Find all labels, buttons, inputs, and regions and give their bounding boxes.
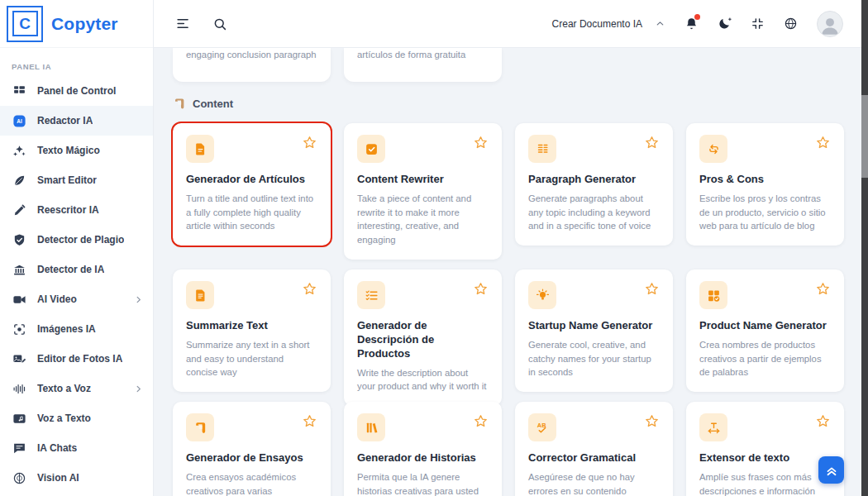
tool-card-pros-&-cons[interactable]: Pros & ConsEscribe los pros y los contra… bbox=[686, 123, 844, 246]
favorite-star-icon[interactable] bbox=[815, 135, 831, 150]
card-description: Write the description about your product… bbox=[357, 366, 489, 393]
tool-card-startup-name-generator[interactable]: Startup Name GeneratorGenerate cool, cre… bbox=[515, 269, 673, 392]
card-top bbox=[357, 413, 489, 441]
sidebar-item-vision-ai[interactable]: Vision AI bbox=[0, 463, 153, 493]
card-top bbox=[186, 281, 317, 309]
tool-card-generador-de-historias[interactable]: Generador de HistoriasPermita que la IA … bbox=[344, 402, 502, 496]
video-icon bbox=[12, 292, 26, 307]
favorite-star-icon[interactable] bbox=[644, 135, 660, 150]
sidebar-item-label: Imágenes IA bbox=[37, 323, 96, 335]
tool-card-generador-de-descripción-de-productos[interactable]: Generador de Descripción de ProductosWri… bbox=[344, 269, 502, 406]
tool-card-corrector-gramatical[interactable]: ABCorrector GramaticalAsegúrese de que n… bbox=[515, 402, 673, 496]
sparkles-icon bbox=[12, 143, 26, 158]
card-title: Product Name Generator bbox=[699, 319, 831, 333]
fullscreen-icon[interactable] bbox=[751, 17, 765, 31]
sidebar-item-detector-de-ia[interactable]: Detector de IA bbox=[0, 255, 153, 284]
sidebar-item-label: Detector de Plagio bbox=[37, 234, 124, 246]
scroll-icon bbox=[186, 413, 214, 441]
partial-card-text: engaging conclusion paragraph bbox=[186, 50, 317, 60]
search-icon[interactable] bbox=[212, 17, 227, 31]
content-area: engaging conclusion paragraphartículos d… bbox=[154, 48, 868, 496]
sidebar-item-texto-mágico[interactable]: Texto Mágico bbox=[0, 136, 153, 165]
card-top bbox=[699, 281, 831, 309]
tool-card-content-rewriter[interactable]: Content RewriterTake a piece of content … bbox=[344, 123, 502, 260]
chevron-up-icon[interactable] bbox=[655, 18, 665, 29]
language-globe-icon[interactable] bbox=[784, 17, 798, 31]
scrollbar-thumb[interactable] bbox=[861, 95, 868, 178]
app-window: C Copyter PANEL IA Panel de ControlAIRed… bbox=[0, 0, 868, 496]
sidebar-item-ia-chats[interactable]: IA Chats bbox=[0, 433, 153, 463]
brain-icon bbox=[12, 470, 26, 485]
card-top bbox=[186, 135, 317, 163]
sidebar-item-texto-a-voz[interactable]: Texto a Voz bbox=[0, 374, 153, 403]
user-avatar[interactable] bbox=[817, 11, 843, 37]
logo-letter: C bbox=[12, 11, 38, 36]
partial-card[interactable]: artículos de forma gratuita bbox=[344, 48, 502, 82]
dark-mode-moon-icon[interactable] bbox=[718, 17, 732, 31]
sidebar-item-editor-de-fotos-ia[interactable]: Editor de Fotos IA bbox=[0, 344, 153, 374]
chat-icon bbox=[12, 441, 26, 455]
grammar-check-icon: AB bbox=[528, 413, 556, 441]
chevron-right-icon bbox=[134, 295, 143, 304]
shield-check-icon bbox=[12, 232, 26, 247]
favorite-star-icon[interactable] bbox=[302, 281, 317, 297]
card-top bbox=[357, 135, 489, 163]
favorite-star-icon[interactable] bbox=[302, 413, 317, 429]
ai-chip-icon: AI bbox=[12, 113, 26, 128]
sidebar-item-label: Reescritor IA bbox=[37, 204, 99, 216]
page-scrollbar[interactable] bbox=[861, 0, 868, 496]
card-top bbox=[357, 281, 489, 309]
paragraph-icon bbox=[528, 135, 556, 163]
sidebar-item-label: Detector de IA bbox=[37, 264, 104, 275]
section-header: Content bbox=[173, 97, 868, 110]
card-top bbox=[528, 135, 660, 163]
favorite-star-icon[interactable] bbox=[815, 281, 831, 297]
favorite-star-icon[interactable] bbox=[815, 413, 831, 429]
topbar: Crear Documento IA bbox=[154, 0, 868, 48]
partial-card[interactable]: engaging conclusion paragraph bbox=[173, 48, 331, 82]
sidebar-item-imágenes-ia[interactable]: Imágenes IA bbox=[0, 314, 153, 344]
sidebar-item-label: IA Chats bbox=[37, 442, 77, 454]
tool-card-generador-de-artículos[interactable]: Generador de ArtículosTurn a title and o… bbox=[173, 123, 331, 246]
card-row: Generador de ArtículosTurn a title and o… bbox=[173, 123, 868, 269]
summarize-icon bbox=[186, 281, 214, 309]
sidebar-item-redactor-ia[interactable]: AIRedactor IA bbox=[0, 106, 153, 136]
bulb-icon bbox=[528, 281, 556, 309]
text-indent-icon[interactable] bbox=[175, 16, 191, 31]
card-description: Crea ensayos académicos creativos para v… bbox=[186, 470, 317, 496]
voice-file-icon bbox=[12, 411, 26, 426]
notifications-bell-icon[interactable] bbox=[684, 17, 699, 31]
favorite-star-icon[interactable] bbox=[302, 135, 317, 150]
card-description: Escribe los pros y los contras de un pro… bbox=[699, 192, 831, 233]
tool-card-summarize-text[interactable]: Summarize TextSummarize any text in a sh… bbox=[173, 269, 331, 392]
create-document-menu[interactable]: Crear Documento IA bbox=[552, 18, 642, 30]
sidebar-item-label: Voz a Texto bbox=[37, 413, 91, 424]
favorite-star-icon[interactable] bbox=[473, 135, 489, 150]
card-title: Pros & Cons bbox=[699, 173, 831, 187]
sidebar-item-smart-editor[interactable]: Smart Editor bbox=[0, 165, 153, 195]
file-icon bbox=[186, 135, 214, 163]
sidebar: C Copyter PANEL IA Panel de ControlAIRed… bbox=[0, 0, 154, 496]
feather-icon bbox=[12, 173, 26, 188]
tool-card-generador-de-ensayos[interactable]: Generador de EnsayosCrea ensayos académi… bbox=[173, 402, 331, 496]
sidebar-item-ai-video[interactable]: AI Video bbox=[0, 284, 153, 314]
brand-logo[interactable]: C Copyter bbox=[0, 0, 153, 48]
tool-card-paragraph-generator[interactable]: Paragraph GeneratorGenerate paragraphs a… bbox=[515, 123, 673, 246]
pencil-icon bbox=[12, 203, 26, 217]
card-top bbox=[699, 135, 831, 163]
card-description: Permita que la IA genere historias creat… bbox=[357, 470, 489, 496]
partial-card-row: engaging conclusion paragraphartículos d… bbox=[173, 48, 868, 82]
scroll-to-top-button[interactable] bbox=[818, 456, 844, 484]
tool-card-product-name-generator[interactable]: Product Name GeneratorCrea nombres de pr… bbox=[686, 269, 844, 392]
sidebar-item-detector-de-plagio[interactable]: Detector de Plagio bbox=[0, 225, 153, 255]
sidebar-item-panel-de-control[interactable]: Panel de Control bbox=[0, 76, 153, 106]
sidebar-item-label: AI Video bbox=[37, 293, 77, 305]
card-description: Generate paragraphs about any topic incl… bbox=[528, 192, 660, 233]
favorite-star-icon[interactable] bbox=[644, 281, 660, 297]
favorite-star-icon[interactable] bbox=[473, 413, 489, 429]
sidebar-item-reescritor-ia[interactable]: Reescritor IA bbox=[0, 195, 153, 225]
favorite-star-icon[interactable] bbox=[644, 413, 660, 429]
sidebar-item-voz-a-texto[interactable]: Voz a Texto bbox=[0, 403, 153, 433]
scroll-icon bbox=[173, 97, 186, 110]
favorite-star-icon[interactable] bbox=[473, 281, 489, 297]
